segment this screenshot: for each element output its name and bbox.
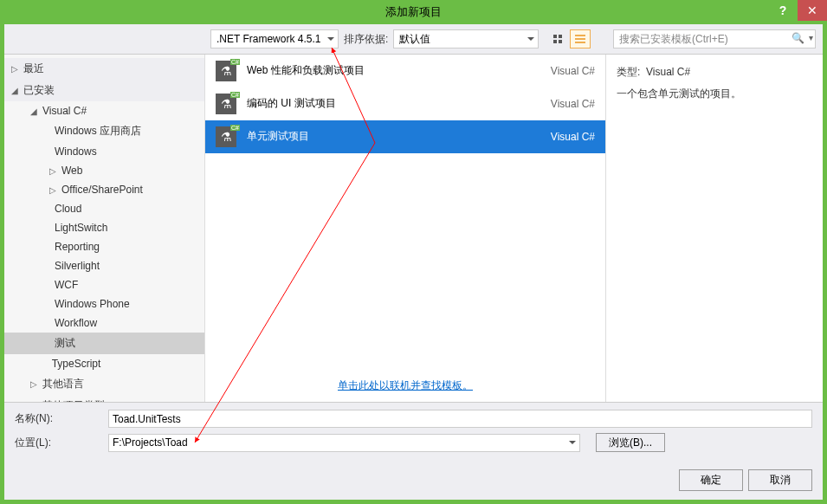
- tree-item[interactable]: Workflow: [4, 313, 204, 333]
- grid-icon: [553, 35, 562, 43]
- sidebar-installed[interactable]: ◢已安装: [4, 80, 204, 101]
- window-title: 添加新项目: [385, 4, 442, 20]
- tree-typescript[interactable]: TypeScript: [4, 354, 204, 373]
- search-input[interactable]: 搜索已安装模板(Ctrl+E): [613, 29, 816, 48]
- tree-visual-csharp[interactable]: ◢Visual C#: [4, 101, 204, 120]
- flask-icon: ⚗: [216, 94, 236, 114]
- sort-label: 排序依据:: [344, 32, 388, 47]
- template-name: 编码的 UI 测试项目: [247, 96, 540, 111]
- grid-view-button[interactable]: [547, 29, 568, 48]
- template-lang: Visual C#: [551, 65, 595, 77]
- tree-item-test[interactable]: 测试: [4, 333, 204, 354]
- template-lang: Visual C#: [551, 98, 595, 110]
- browse-button[interactable]: 浏览(B)...: [596, 433, 665, 452]
- tree-item[interactable]: Windows: [4, 142, 204, 161]
- toolbar: .NET Framework 4.5.1 排序依据: 默认值 搜索已安装模板(C…: [4, 24, 823, 55]
- sort-value: 默认值: [399, 32, 430, 47]
- sidebar-recent[interactable]: ▷最近: [4, 58, 204, 80]
- bottom-form: 名称(N): 位置(L): F:\Projects\Toad 浏览(B)...: [4, 402, 823, 464]
- details-panel: 类型: Visual C# 一个包含单元测试的项目。: [606, 55, 823, 402]
- details-type: 类型: Visual C#: [617, 65, 812, 80]
- close-button[interactable]: ✕: [798, 0, 827, 21]
- tree-item[interactable]: Windows 应用商店: [4, 120, 204, 142]
- template-row-selected[interactable]: ⚗ 单元测试项目 Visual C#: [205, 120, 605, 153]
- details-desc: 一个包含单元测试的项目。: [617, 87, 812, 101]
- titlebar: 添加新项目 ? ✕: [0, 0, 827, 24]
- search-placeholder: 搜索已安装模板(Ctrl+E): [619, 33, 728, 45]
- template-row[interactable]: ⚗ 编码的 UI 测试项目 Visual C#: [205, 87, 605, 120]
- tree-other-proj[interactable]: ▷其他项目类型: [4, 395, 204, 402]
- sidebar: ▷最近 ◢已安装 ◢Visual C# Windows 应用商店 Windows…: [4, 55, 205, 402]
- name-label: 名称(N):: [15, 411, 101, 426]
- tree-item[interactable]: Windows Phone: [4, 294, 204, 313]
- help-button[interactable]: ?: [768, 0, 798, 21]
- template-lang: Visual C#: [551, 131, 595, 143]
- tree-other-lang[interactable]: ▷其他语言: [4, 373, 204, 395]
- tree-item[interactable]: ▷Web: [4, 161, 204, 180]
- template-row[interactable]: ⚗ Web 性能和负载测试项目 Visual C#: [205, 55, 605, 87]
- list-icon: [575, 35, 585, 43]
- framework-dropdown[interactable]: .NET Framework 4.5.1: [210, 29, 339, 48]
- tree-item[interactable]: LightSwitch: [4, 218, 204, 237]
- online-link[interactable]: 单击此处以联机并查找模板。: [205, 370, 605, 402]
- cancel-button[interactable]: 取消: [748, 469, 812, 491]
- flask-icon: ⚗: [216, 126, 236, 147]
- ok-button[interactable]: 确定: [679, 469, 743, 491]
- list-view-button[interactable]: [570, 29, 591, 48]
- tree-item[interactable]: Cloud: [4, 199, 204, 218]
- name-input[interactable]: [108, 410, 812, 428]
- flask-icon: ⚗: [216, 61, 236, 81]
- template-name: 单元测试项目: [247, 129, 540, 144]
- framework-value: .NET Framework 4.5.1: [216, 33, 320, 45]
- online-link-text[interactable]: 单击此处以联机并查找模板。: [338, 379, 473, 391]
- tree-item[interactable]: Silverlight: [4, 256, 204, 275]
- template-list: ⚗ Web 性能和负载测试项目 Visual C# ⚗ 编码的 UI 测试项目 …: [205, 55, 605, 370]
- location-input[interactable]: F:\Projects\Toad: [108, 434, 580, 452]
- tree-item[interactable]: Reporting: [4, 237, 204, 256]
- tree-item[interactable]: ▷Office/SharePoint: [4, 180, 204, 199]
- tree-item[interactable]: WCF: [4, 275, 204, 294]
- template-name: Web 性能和负载测试项目: [247, 63, 540, 78]
- sort-dropdown[interactable]: 默认值: [393, 29, 539, 48]
- location-label: 位置(L):: [15, 436, 101, 450]
